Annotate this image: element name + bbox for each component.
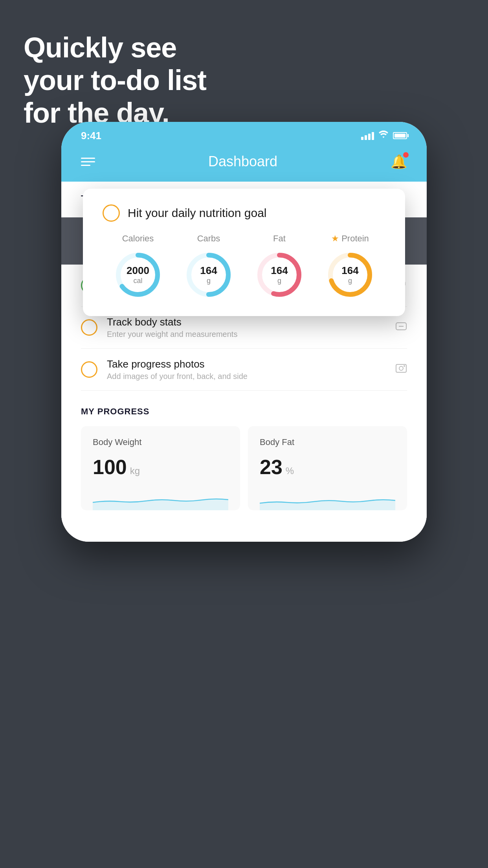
signal-icon bbox=[361, 131, 374, 140]
body-weight-label: Body Weight bbox=[93, 437, 228, 447]
nutrition-card: Hit your daily nutrition goal Calories 2… bbox=[83, 189, 405, 316]
nutrition-check-circle[interactable] bbox=[103, 204, 120, 222]
todo-title-bodystats: Track body stats bbox=[107, 316, 386, 328]
menu-button[interactable] bbox=[81, 158, 95, 166]
progress-section: MY PROGRESS Body Weight 100 kg bbox=[61, 391, 427, 526]
protein-donut: 164 g bbox=[325, 249, 376, 300]
calories-value: 2000 bbox=[127, 265, 149, 277]
fat-unit: g bbox=[277, 277, 281, 285]
body-fat-number: 23 bbox=[260, 455, 283, 479]
nutrition-protein: ★ Protein 164 g bbox=[325, 234, 376, 300]
svg-point-4 bbox=[404, 365, 405, 367]
todo-subtitle-bodystats: Enter your weight and measurements bbox=[107, 330, 386, 339]
protein-unit: g bbox=[348, 277, 352, 285]
body-weight-chart bbox=[93, 487, 228, 510]
nutrition-carbs: Carbs 164 g bbox=[183, 234, 234, 300]
body-fat-card[interactable]: Body Fat 23 % bbox=[248, 426, 407, 510]
calories-donut: 2000 cal bbox=[112, 249, 163, 300]
nav-bar: Dashboard 🔔 bbox=[61, 145, 427, 182]
scale-icon bbox=[395, 320, 407, 335]
carbs-donut: 164 g bbox=[183, 249, 234, 300]
status-bar: 9:41 bbox=[61, 122, 427, 145]
nutrition-card-title: Hit your daily nutrition goal bbox=[128, 206, 267, 220]
wifi-icon bbox=[379, 131, 388, 141]
progress-header: MY PROGRESS bbox=[81, 406, 407, 417]
calories-unit: cal bbox=[133, 277, 142, 285]
todo-circle-bodystats bbox=[81, 319, 97, 336]
nav-title: Dashboard bbox=[208, 153, 277, 170]
carbs-value: 164 bbox=[200, 265, 217, 277]
body-weight-value-row: 100 kg bbox=[93, 455, 228, 479]
body-fat-value-row: 23 % bbox=[260, 455, 395, 479]
photo-icon bbox=[395, 362, 407, 377]
carbs-unit: g bbox=[207, 277, 211, 285]
star-icon: ★ bbox=[331, 234, 339, 244]
protein-value: 164 bbox=[341, 265, 358, 277]
todo-text-bodystats: Track body stats Enter your weight and m… bbox=[107, 316, 386, 339]
body-weight-number: 100 bbox=[93, 455, 127, 479]
battery-icon bbox=[393, 132, 407, 139]
notification-badge bbox=[403, 152, 409, 158]
notification-button[interactable]: 🔔 bbox=[391, 154, 407, 169]
nutrition-grid: Calories 2000 cal Carbs bbox=[103, 234, 385, 300]
body-fat-unit: % bbox=[286, 465, 294, 476]
nutrition-calories: Calories 2000 cal bbox=[112, 234, 163, 300]
todo-title-photos: Take progress photos bbox=[107, 358, 386, 370]
fat-donut: 164 g bbox=[254, 249, 305, 300]
fat-label: Fat bbox=[273, 234, 286, 244]
carbs-label: Carbs bbox=[197, 234, 220, 244]
todo-text-photos: Take progress photos Add images of your … bbox=[107, 358, 386, 381]
nutrition-card-header: Hit your daily nutrition goal bbox=[103, 204, 385, 222]
body-weight-unit: kg bbox=[130, 465, 140, 476]
body-weight-card[interactable]: Body Weight 100 kg bbox=[81, 426, 240, 510]
body-fat-chart bbox=[260, 487, 395, 510]
status-icons bbox=[361, 131, 407, 141]
body-fat-label: Body Fat bbox=[260, 437, 395, 447]
todo-circle-photos bbox=[81, 361, 97, 378]
todo-subtitle-photos: Add images of your front, back, and side bbox=[107, 372, 386, 381]
todo-item-photos[interactable]: Take progress photos Add images of your … bbox=[81, 349, 407, 391]
protein-label: ★ Protein bbox=[331, 234, 369, 244]
hero-text: Quickly see your to-do list for the day. bbox=[24, 31, 206, 129]
phone-mockup: 9:41 bbox=[61, 122, 427, 542]
fat-value: 164 bbox=[271, 265, 288, 277]
status-time: 9:41 bbox=[81, 130, 101, 142]
progress-cards: Body Weight 100 kg Bo bbox=[81, 426, 407, 510]
calories-label: Calories bbox=[122, 234, 154, 244]
nutrition-fat: Fat 164 g bbox=[254, 234, 305, 300]
svg-point-3 bbox=[399, 366, 403, 370]
